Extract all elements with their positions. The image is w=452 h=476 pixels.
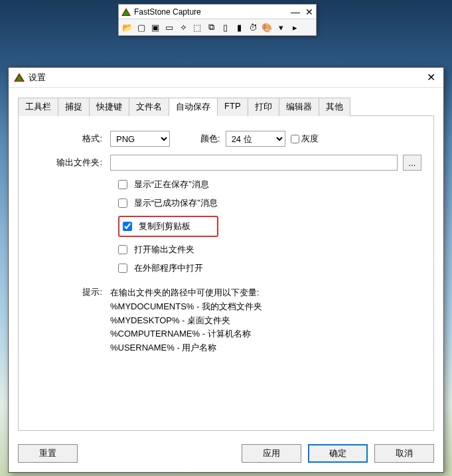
check-row-3: 打开输出文件夹 <box>118 244 421 256</box>
apply-button[interactable]: 应用 <box>242 444 301 463</box>
color-select[interactable]: 24 位 <box>226 131 285 147</box>
checkbox-label-2: 复制到剪贴板 <box>139 220 190 232</box>
hint-label: 提示: <box>31 286 110 355</box>
check-row-1: 显示“已成功保存”消息 <box>118 197 421 209</box>
capture-region-icon[interactable]: ⬚ <box>191 21 203 33</box>
tab-5[interactable]: FTP <box>217 98 248 116</box>
dialog-titlebar[interactable]: 设置 ✕ <box>9 68 443 88</box>
grayscale-label: 灰度 <box>301 133 319 145</box>
cancel-button[interactable]: 取消 <box>374 444 434 463</box>
faststone-titlebar[interactable]: FastStone Capture — ✕ <box>119 5 316 19</box>
tab-3[interactable]: 文件名 <box>129 98 169 116</box>
faststone-toolbar: 📂 ▢ ▣ ▭ ✧ ⬚ ⧉ ▯ ▮ ⏱ 🎨 ▾ ▸ <box>119 19 316 35</box>
grayscale-checkbox[interactable] <box>291 135 299 143</box>
checkbox-0[interactable] <box>118 180 127 189</box>
tab-4[interactable]: 自动保存 <box>169 98 218 116</box>
faststone-toolbar-window: FastStone Capture — ✕ 📂 ▢ ▣ ▭ ✧ ⬚ ⧉ ▯ ▮ … <box>118 4 317 36</box>
faststone-logo-icon <box>121 7 131 17</box>
faststone-title: FastStone Capture <box>134 7 291 17</box>
checkbox-label-4: 在外部程序中打开 <box>134 262 203 274</box>
dialog-close-button[interactable]: ✕ <box>424 71 438 84</box>
record-icon[interactable]: ▮ <box>233 21 245 33</box>
tab-2[interactable]: 快捷键 <box>89 98 129 116</box>
output-folder-input[interactable] <box>110 155 398 171</box>
capture-window-icon[interactable]: ▢ <box>135 21 147 33</box>
browse-button[interactable]: ... <box>403 155 421 171</box>
open-icon[interactable]: 📂 <box>121 21 133 33</box>
timer-icon[interactable]: ⏱ <box>247 21 259 33</box>
output-folder-label: 输出文件夹: <box>31 157 110 169</box>
tab-1[interactable]: 捕捉 <box>58 98 90 116</box>
check-row-4: 在外部程序中打开 <box>118 262 421 274</box>
color-label: 颜色: <box>200 133 220 145</box>
check-row-0: 显示“正在保存”消息 <box>118 179 421 191</box>
capture-freehand-icon[interactable]: ✧ <box>177 21 189 33</box>
hint-text: 在输出文件夹的路径中可使用以下变量: %MYDOCUMENTS% - 我的文档文… <box>110 286 262 355</box>
checkbox-label-3: 打开输出文件夹 <box>134 244 194 256</box>
checkbox-3[interactable] <box>118 245 127 254</box>
checkbox-label-0: 显示“正在保存”消息 <box>134 179 209 191</box>
capture-fixed-icon[interactable]: ▯ <box>219 21 231 33</box>
capture-fullscreen-icon[interactable]: ▣ <box>149 21 161 33</box>
tab-autosave-panel: 格式: PNG 颜色: 24 位 灰度 输出文 <box>18 116 434 431</box>
dialog-footer: 重置 应用 确定 取消 <box>9 437 443 472</box>
checkbox-label-1: 显示“已成功保存”消息 <box>134 197 218 209</box>
format-select[interactable]: PNG <box>110 131 170 147</box>
capture-rect-icon[interactable]: ▭ <box>163 21 175 33</box>
minimize-button[interactable]: — <box>291 7 300 17</box>
checkbox-4[interactable] <box>118 264 127 273</box>
more-icon[interactable]: ▾ <box>275 21 287 33</box>
check-row-2: 复制到剪贴板 <box>118 216 421 237</box>
tab-6[interactable]: 打印 <box>248 98 279 116</box>
palette-icon[interactable]: 🎨 <box>261 21 273 33</box>
tab-7[interactable]: 编辑器 <box>279 98 319 116</box>
dialog-title: 设置 <box>29 72 424 84</box>
close-button[interactable]: ✕ <box>305 7 313 17</box>
checkbox-2[interactable] <box>123 222 132 231</box>
reset-button[interactable]: 重置 <box>18 444 78 463</box>
checkbox-1[interactable] <box>118 198 127 208</box>
settings-dialog: 设置 ✕ 工具栏捕捉快捷键文件名自动保存FTP打印编辑器其他 格式: PNG 颜… <box>8 67 444 473</box>
capture-scroll-icon[interactable]: ⧉ <box>205 21 217 33</box>
tab-8[interactable]: 其他 <box>319 98 350 116</box>
tab-0[interactable]: 工具栏 <box>18 98 58 116</box>
format-label: 格式: <box>31 133 110 145</box>
tabs: 工具栏捕捉快捷键文件名自动保存FTP打印编辑器其他 <box>18 97 434 116</box>
settings-icon[interactable]: ▸ <box>289 21 301 33</box>
dialog-logo-icon <box>14 72 25 83</box>
ok-button[interactable]: 确定 <box>308 444 368 463</box>
